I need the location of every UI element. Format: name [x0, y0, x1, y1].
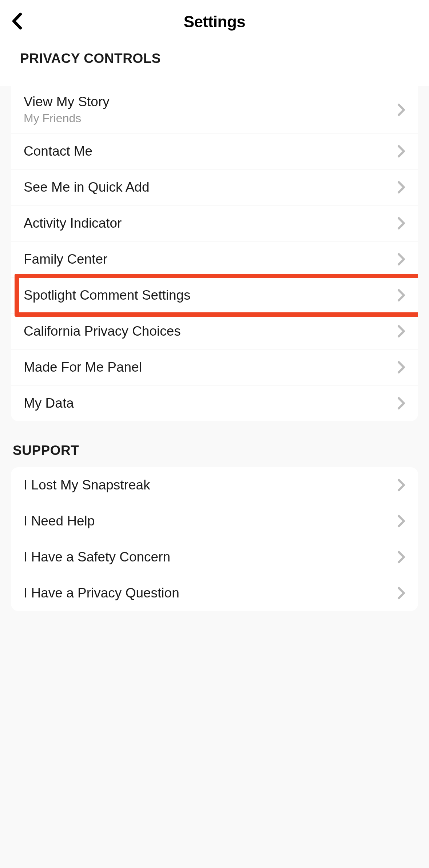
chevron-left-icon: [11, 12, 22, 30]
chevron-right-icon: [397, 181, 405, 194]
content-area: View My Story My Friends Contact Me See …: [0, 86, 429, 611]
privacy-controls-list: View My Story My Friends Contact Me See …: [11, 86, 418, 421]
back-button[interactable]: [11, 12, 22, 32]
list-item-view-my-story[interactable]: View My Story My Friends: [11, 86, 418, 133]
list-item-safety-concern[interactable]: I Have a Safety Concern: [11, 539, 418, 575]
list-item-content: See Me in Quick Add: [24, 180, 150, 195]
chevron-right-icon: [397, 253, 405, 266]
chevron-right-icon: [397, 145, 405, 158]
list-item-title: View My Story: [24, 94, 110, 109]
chevron-right-icon: [397, 479, 405, 492]
list-item-content: Made For Me Panel: [24, 360, 142, 375]
chevron-right-icon: [397, 217, 405, 230]
list-item-content: I Have a Privacy Question: [24, 585, 179, 601]
list-item-title: Activity Indicator: [24, 216, 122, 231]
header-top: Settings: [7, 11, 422, 33]
header: Settings PRIVACY CONTROLS: [0, 0, 429, 86]
list-item-see-me-quick-add[interactable]: See Me in Quick Add: [11, 169, 418, 205]
section-header-support: SUPPORT: [0, 421, 429, 467]
list-item-title: California Privacy Choices: [24, 324, 181, 339]
list-item-california-privacy[interactable]: California Privacy Choices: [11, 313, 418, 349]
list-item-content: I Need Help: [24, 513, 95, 529]
support-list: I Lost My Snapstreak I Need Help I Have …: [11, 467, 418, 611]
list-item-activity-indicator[interactable]: Activity Indicator: [11, 205, 418, 241]
list-item-lost-snapstreak[interactable]: I Lost My Snapstreak: [11, 467, 418, 503]
chevron-right-icon: [397, 325, 405, 338]
chevron-right-icon: [397, 361, 405, 374]
list-item-title: I Lost My Snapstreak: [24, 477, 150, 493]
list-item-title: Family Center: [24, 252, 107, 267]
list-item-title: I Have a Safety Concern: [24, 549, 170, 565]
list-item-my-data[interactable]: My Data: [11, 385, 418, 421]
chevron-right-icon: [397, 289, 405, 302]
list-item-content: My Data: [24, 396, 74, 411]
list-item-title: Contact Me: [24, 144, 92, 159]
page-title: Settings: [184, 13, 246, 31]
list-item-content: View My Story My Friends: [24, 94, 110, 125]
list-item-title: See Me in Quick Add: [24, 180, 150, 195]
list-item-content: Activity Indicator: [24, 216, 122, 231]
list-item-title: Spotlight Comment Settings: [24, 288, 191, 303]
list-item-title: I Need Help: [24, 513, 95, 529]
chevron-right-icon: [397, 515, 405, 528]
section-header-privacy: PRIVACY CONTROLS: [7, 51, 422, 66]
list-item-spotlight-comment-settings[interactable]: Spotlight Comment Settings: [11, 277, 418, 313]
list-item-contact-me[interactable]: Contact Me: [11, 133, 418, 169]
list-item-family-center[interactable]: Family Center: [11, 241, 418, 277]
list-item-content: California Privacy Choices: [24, 324, 181, 339]
list-item-privacy-question[interactable]: I Have a Privacy Question: [11, 575, 418, 611]
chevron-right-icon: [397, 551, 405, 564]
list-item-subtitle: My Friends: [24, 112, 110, 125]
list-item-content: I Have a Safety Concern: [24, 549, 170, 565]
chevron-right-icon: [397, 397, 405, 410]
chevron-right-icon: [397, 103, 405, 116]
chevron-right-icon: [397, 587, 405, 600]
list-item-content: I Lost My Snapstreak: [24, 477, 150, 493]
list-item-made-for-me-panel[interactable]: Made For Me Panel: [11, 349, 418, 385]
list-item-need-help[interactable]: I Need Help: [11, 503, 418, 539]
list-item-content: Family Center: [24, 252, 107, 267]
list-item-title: I Have a Privacy Question: [24, 585, 179, 601]
list-item-content: Spotlight Comment Settings: [24, 288, 191, 303]
list-item-title: My Data: [24, 396, 74, 411]
list-item-content: Contact Me: [24, 144, 92, 159]
list-item-title: Made For Me Panel: [24, 360, 142, 375]
